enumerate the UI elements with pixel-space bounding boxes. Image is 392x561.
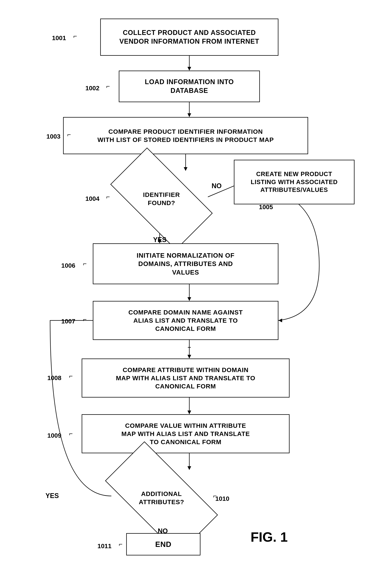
label-1004: 1004 (85, 195, 100, 202)
label-1003: 1003 (46, 133, 61, 140)
label-1007-dash: ⌐ (83, 316, 87, 323)
node-1007: COMPARE DOMAIN NAME AGAINST ALIAS LIST A… (93, 301, 279, 340)
label-1006: 1006 (61, 262, 75, 269)
label-1010-dash: ⌐ (213, 492, 217, 499)
label-1011-dash: ⌐ (119, 540, 123, 548)
label-1010: 1010 (215, 495, 229, 502)
svg-marker-3 (187, 113, 191, 117)
node-1010: ADDITIONALATTRIBUTES? (110, 470, 213, 526)
label-1004-dash: ⌐ (106, 193, 110, 200)
label-no-1004: NO (212, 182, 222, 190)
node-1009: COMPARE VALUE WITHIN ATTRIBUTE MAP WITH … (82, 414, 289, 453)
label-1008: 1008 (47, 374, 62, 382)
label-1001-dash: ⌐ (73, 32, 77, 40)
label-1001: 1001 (52, 34, 66, 42)
label-1005: 1005 (259, 203, 273, 211)
label-1009-dash: ⌐ (69, 430, 73, 437)
svg-marker-10 (279, 319, 282, 322)
flowchart-diagram: COLLECT PRODUCT AND ASSOCIATED VENDOR IN… (0, 0, 392, 561)
label-1002-dash: ⌐ (106, 83, 110, 90)
label-yes-1010: YES (45, 492, 59, 500)
svg-marker-1 (187, 67, 191, 71)
label-1011: 1011 (97, 542, 112, 550)
fig-label: FIG. 1 (251, 529, 288, 545)
svg-marker-14 (187, 355, 191, 358)
node-1006: INITIATE NORMALIZATION OF DOMAINS, ATTRI… (93, 243, 279, 284)
svg-marker-12 (187, 297, 191, 301)
label-1006-dash: ⌐ (83, 260, 87, 267)
label-1008-dash: ⌐ (69, 372, 73, 380)
node-1003: COMPARE PRODUCT IDENTIFIER INFORMATION W… (63, 117, 308, 154)
svg-marker-16 (187, 410, 191, 414)
node-1002: LOAD INFORMATION INTO DATABASE (119, 71, 260, 102)
label-1002: 1002 (85, 85, 100, 92)
label-1007: 1007 (61, 318, 75, 325)
label-yes-1004: YES (153, 236, 166, 244)
node-1005: CREATE NEW PRODUCT LISTING WITH ASSOCIAT… (234, 160, 354, 204)
node-1004: IDENTIFIERFOUND? (115, 173, 208, 225)
svg-marker-18 (187, 466, 191, 470)
label-1003-dash: ⌐ (67, 131, 71, 138)
node-1001: COLLECT PRODUCT AND ASSOCIATED VENDOR IN… (100, 19, 279, 56)
node-1011: END (126, 533, 200, 555)
node-1008: COMPARE ATTRIBUTE WITHIN DOMAIN MAP WITH… (82, 358, 289, 398)
svg-marker-5 (184, 167, 187, 171)
label-1009: 1009 (47, 432, 62, 439)
label-no-1010: NO (158, 527, 168, 535)
